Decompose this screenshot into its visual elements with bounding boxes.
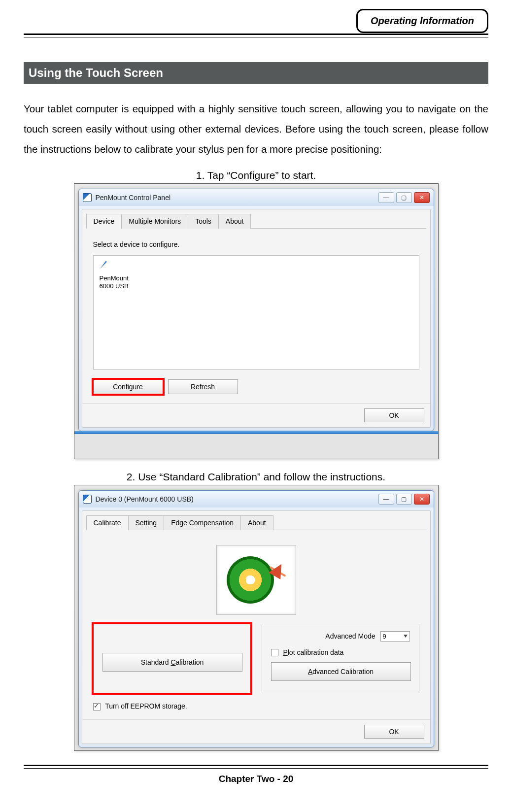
tab-tools[interactable]: Tools (188, 214, 219, 229)
configure-button[interactable]: Configure (93, 379, 163, 394)
advanced-mode-dropdown[interactable]: 9 (380, 631, 410, 642)
eeprom-label: Turn off EEPROM storage. (105, 702, 187, 710)
chevron-down-icon (404, 635, 408, 638)
intro-paragraph: Your tablet computer is equipped with a … (24, 99, 488, 159)
maximize-button-2[interactable]: ▢ (396, 494, 412, 505)
minimize-button-2[interactable]: — (378, 494, 394, 505)
app-icon (83, 193, 92, 202)
std-u: C (171, 658, 175, 666)
advanced-mode-row: Advanced Mode 9 (271, 631, 410, 642)
tab-pane-2: Standard Calibration Advanced Mode 9 (82, 530, 430, 720)
standard-calibration-panel: Standard Calibration (93, 624, 251, 694)
titlebar: PenMount Control Panel — ▢ ✕ (79, 189, 434, 206)
ok-button-2[interactable]: OK (364, 725, 424, 739)
rule-top-thin (24, 37, 488, 37)
std-pre: Standard (141, 658, 171, 666)
eeprom-row[interactable]: Turn off EEPROM storage. (93, 702, 419, 710)
section-title: Using the Touch Screen (24, 62, 488, 84)
window-title-2: Device 0 (PenMount 6000 USB) (96, 495, 194, 503)
device-name-line2: 6000 USB (100, 282, 129, 290)
adv-post: dvanced Calibration (312, 668, 374, 676)
close-button-2[interactable]: ✕ (414, 494, 430, 505)
window-frame: PenMount Control Panel — ▢ ✕ Device Mult… (78, 189, 434, 431)
tab-about-2[interactable]: About (240, 515, 273, 530)
screenshot-penmount-control-panel: PenMount Control Panel — ▢ ✕ Device Mult… (74, 183, 439, 459)
advanced-calibration-button[interactable]: Advanced Calibration (271, 662, 411, 681)
tab-setting[interactable]: Setting (128, 515, 165, 530)
step-2: 2. Use “Standard Calibration” and follow… (24, 471, 488, 483)
window-frame-2: Device 0 (PenMount 6000 USB) — ▢ ✕ Calib… (78, 490, 434, 748)
rule-top-thick (24, 34, 488, 35)
button-row: Configure Refresh (93, 379, 419, 394)
pen-icon (100, 261, 110, 271)
ok-row: OK (82, 403, 430, 427)
tab-strip: Device Multiple Monitors Tools About (86, 213, 426, 229)
rule-bottom-thin (24, 768, 488, 769)
plot-checkbox[interactable] (271, 649, 278, 656)
advanced-mode-value: 9 (383, 633, 386, 640)
close-button[interactable]: ✕ (414, 192, 430, 203)
device-listbox[interactable]: PenMount 6000 USB (93, 255, 419, 370)
eeprom-checkbox[interactable] (93, 703, 101, 710)
page-footer: Chapter Two - 20 (24, 774, 488, 784)
calibration-illustration (216, 545, 296, 615)
tab-pane: Select a device to configure. PenMount 6… (82, 229, 430, 403)
tab-edge-compensation[interactable]: Edge Compensation (164, 515, 241, 530)
tab-about[interactable]: About (218, 214, 251, 229)
device-name-line1: PenMount (100, 274, 129, 282)
footer-rules (24, 765, 488, 769)
standard-calibration-button[interactable]: Standard Calibration (102, 653, 242, 672)
plot-label-text: lot calibration data (288, 648, 344, 656)
target-icon (227, 556, 274, 604)
maximize-button[interactable]: ▢ (396, 192, 412, 203)
tab-calibrate[interactable]: Calibrate (86, 515, 129, 530)
window-title: PenMount Control Panel (96, 194, 171, 202)
minimize-button[interactable]: — (378, 192, 394, 203)
refresh-button[interactable]: Refresh (168, 379, 238, 394)
two-column: Standard Calibration Advanced Mode 9 (93, 624, 419, 694)
window-buttons-2: — ▢ ✕ (378, 494, 430, 505)
std-post: alibration (176, 658, 204, 666)
advanced-mode-label: Advanced Mode (325, 632, 375, 640)
rule-bottom-thick (24, 765, 488, 766)
window-buttons: — ▢ ✕ (378, 192, 430, 203)
screenshot-calibrate-dialog: Device 0 (PenMount 6000 USB) — ▢ ✕ Calib… (74, 485, 439, 751)
plot-row[interactable]: Plot calibration data (271, 648, 410, 657)
plot-u: P (283, 648, 287, 656)
instruction-text: Select a device to configure. (93, 240, 419, 248)
device-item[interactable]: PenMount 6000 USB (100, 274, 413, 291)
header-badge: Operating Information (356, 9, 488, 33)
desktop-strip (74, 431, 438, 434)
step-1: 1. Tap “Configure” to start. (24, 169, 488, 181)
client-area-2: Calibrate Setting Edge Compensation Abou… (82, 510, 431, 744)
adv-u: A (308, 668, 312, 676)
tab-multiple-monitors[interactable]: Multiple Monitors (121, 214, 188, 229)
client-area: Device Multiple Monitors Tools About Sel… (82, 209, 431, 428)
ok-button[interactable]: OK (364, 408, 424, 422)
tab-strip-2: Calibrate Setting Edge Compensation Abou… (86, 515, 426, 530)
advanced-calibration-panel: Advanced Mode 9 Plot calibration data (262, 624, 419, 694)
tab-device[interactable]: Device (86, 214, 122, 229)
titlebar-2: Device 0 (PenMount 6000 USB) — ▢ ✕ (79, 491, 434, 508)
ok-row-2: OK (82, 719, 430, 744)
section-title-text: Using the Touch Screen (29, 66, 163, 79)
app-icon-2 (83, 495, 92, 504)
